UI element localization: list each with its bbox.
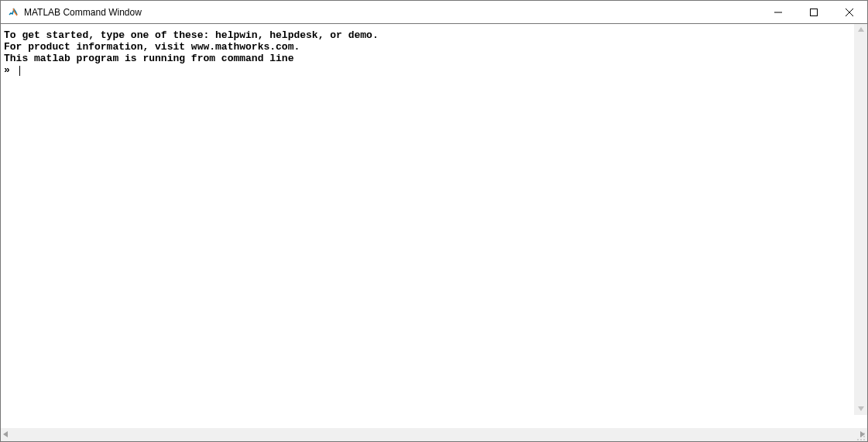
- svg-point-9: [863, 439, 865, 440]
- scroll-down-arrow[interactable]: [858, 406, 864, 413]
- svg-point-4: [863, 433, 865, 434]
- close-button[interactable]: [832, 1, 867, 23]
- titlebar[interactable]: MATLAB Command Window: [1, 1, 867, 24]
- svg-point-7: [857, 439, 859, 440]
- window-title: MATLAB Command Window: [24, 7, 760, 18]
- output-line: This matlab program is running from comm…: [4, 53, 864, 65]
- output-line: For product information, visit www.mathw…: [4, 42, 864, 53]
- horizontal-scrollbar[interactable]: [1, 428, 867, 441]
- svg-rect-1: [811, 9, 818, 15]
- command-window-output[interactable]: To get started, type one of these: helpw…: [1, 24, 867, 428]
- prompt-symbol: »: [4, 65, 16, 77]
- matlab-icon: [7, 6, 19, 19]
- terminal-wrapper: To get started, type one of these: helpw…: [1, 24, 867, 428]
- window-controls: [760, 1, 867, 23]
- output-line: To get started, type one of these: helpw…: [4, 30, 864, 42]
- prompt-line[interactable]: »: [4, 65, 864, 77]
- scroll-up-arrow[interactable]: [858, 26, 864, 33]
- vertical-scrollbar[interactable]: [854, 24, 867, 415]
- content-area: To get started, type one of these: helpw…: [1, 24, 867, 441]
- text-cursor: [19, 66, 20, 76]
- maximize-button[interactable]: [796, 1, 832, 23]
- svg-point-6: [863, 436, 865, 437]
- svg-point-5: [860, 436, 862, 437]
- resize-grip[interactable]: [856, 430, 866, 440]
- minimize-button[interactable]: [760, 1, 796, 23]
- scroll-left-arrow[interactable]: [3, 431, 8, 439]
- svg-point-8: [860, 439, 862, 440]
